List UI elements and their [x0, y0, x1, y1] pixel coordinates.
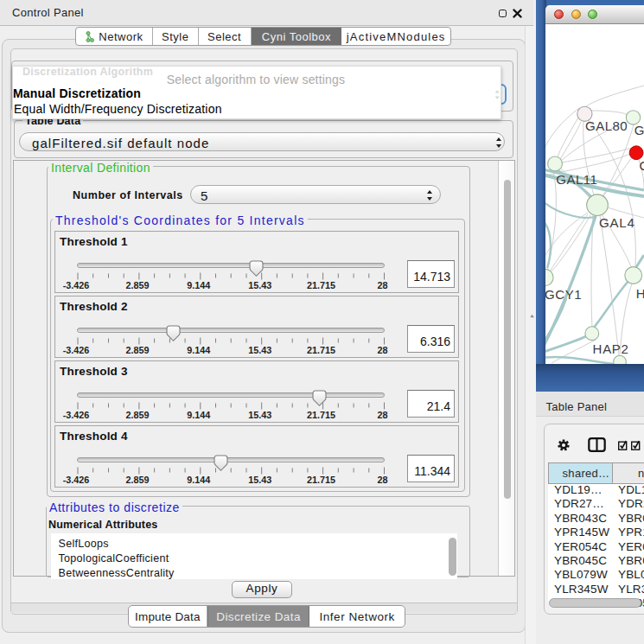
- svg-text:GAL: GAL: [634, 123, 644, 137]
- svg-text:GAL80: GAL80: [585, 118, 628, 133]
- svg-text:GAL4: GAL4: [599, 215, 635, 230]
- svg-text:H: H: [636, 286, 644, 301]
- svg-text:GAL11: GAL11: [556, 172, 597, 187]
- svg-text:GCY1: GCY1: [545, 287, 582, 302]
- svg-text:C: C: [639, 158, 644, 173]
- svg-text:HAP2: HAP2: [593, 341, 629, 356]
